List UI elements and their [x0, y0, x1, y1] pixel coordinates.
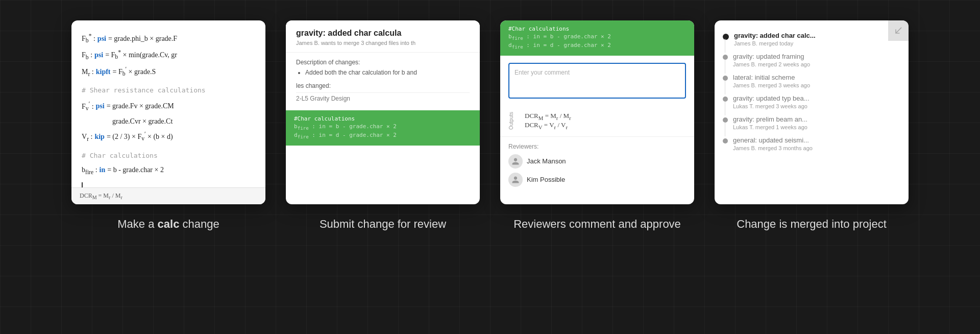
calc-line-3: Mr : kipft = Fb′ × grade.S [82, 64, 255, 79]
merged-title-3: gravity: updated typ bea... [733, 94, 810, 102]
outputs-formulas: DCRM = Mr / Mr DCRV = Vr / Vr [525, 112, 571, 130]
calc-footer: DCRM = Mr / Mr [71, 187, 265, 204]
merged-title-4: gravity: prelim beam an... [733, 115, 807, 123]
merged-text-2: lateral: initial schemeJames B. merged 3… [733, 74, 810, 88]
merged-entry-1: gravity: updated framingJames B. merged … [715, 50, 909, 70]
merged-subtitle-3: Lukas T. merged 3 weeks ago [733, 103, 810, 109]
calc-editor: Fb* : psi = grade.phi_b × grade.F Fb : p… [71, 20, 265, 202]
merged-text-0: gravity: added char calc...James B. merg… [734, 32, 816, 46]
merged-entry-4: gravity: prelim beam an...Lukas T. merge… [715, 112, 909, 133]
merged-title-0: gravity: added char calc... [734, 32, 816, 39]
review-body: Description of changes: Added both the c… [286, 53, 480, 110]
reviewer-1-name: Jack Manson [527, 157, 566, 165]
step-4-label: Change is merged into project [737, 217, 887, 232]
merged-list: gravity: added char calc...James B. merg… [715, 29, 909, 154]
merged-subtitle-5: James B. merged 3 months ago [733, 145, 813, 151]
reviewer-1: Jack Manson [508, 154, 686, 169]
desc-label: Description of changes: [296, 59, 470, 66]
diff-line-2: dfire : in = d - grade.char × 2 [294, 132, 472, 139]
merged-title-1: gravity: updated framing [733, 53, 810, 60]
merged-dot-5 [723, 138, 728, 144]
merged-dot-0 [723, 34, 729, 40]
desc-item-1: Added both the char calculation for b an… [305, 69, 470, 76]
reviewers-label: Reviewers: [508, 143, 686, 150]
step-1-bold: calc [158, 218, 180, 230]
step-2: gravity: added char calcula James B. wan… [286, 20, 480, 232]
merged-text-5: general: updated seismi...James B. merge… [733, 136, 813, 151]
comment-char: # Char calculations [82, 150, 255, 161]
comment-input[interactable]: Enter your comment [508, 63, 686, 99]
review-header: gravity: added char calcula James B. wan… [286, 20, 480, 53]
comment-section: Enter your comment [500, 56, 694, 106]
merged-text-1: gravity: updated framingJames B. merged … [733, 53, 810, 67]
merged-dot-1 [723, 55, 728, 60]
merged-entry-2: lateral: initial schemeJames B. merged 3… [715, 70, 909, 91]
card-reviewers: #Char calculations bfire : in = b - grad… [500, 20, 694, 204]
step-3-label: Reviewers comment and approve [513, 217, 681, 232]
card-calc: Fb* : psi = grade.phi_b × grade.F Fb : p… [71, 20, 265, 204]
rdiff-line-1: bfire : in = b - grade.char × 2 [508, 33, 686, 41]
step-2-label: Submit change for review [320, 217, 446, 232]
merged-dot-2 [723, 76, 728, 81]
step-1-label: Make a calc change [117, 217, 219, 232]
outputs-label: Outputs [508, 112, 519, 130]
shear-line-3: Vr : kip = (2 / 3) × Fv′ × (b × d) [82, 129, 255, 144]
comment-shear: # Shear resistance calculations [82, 84, 255, 96]
merged-text-3: gravity: updated typ bea...Lukas T. merg… [733, 94, 810, 109]
calc-line-1: Fb* : psi = grade.phi_b × grade.F [82, 31, 255, 46]
merged-title-5: general: updated seismi... [733, 136, 813, 144]
merged-entry-0: gravity: added char calc...James B. merg… [715, 29, 909, 50]
reviewers-diff: #Char calculations bfire : in = b - grad… [500, 20, 694, 56]
output-line-1: DCRM = Mr / Mr [525, 112, 571, 121]
shear-line-1: Fv′ : psi = grade.Fv × grade.CM [82, 99, 255, 114]
merged-entry-3: gravity: updated typ bea...Lukas T. merg… [715, 91, 909, 112]
reviewer-2: Kim Possible [508, 173, 686, 187]
step-1: Fb* : psi = grade.phi_b × grade.F Fb : p… [71, 20, 265, 232]
calc-line-2: Fb : psi = Fb* × min(grade.Cv, gr [82, 47, 255, 62]
merged-entry-5: general: updated seismi...James B. merge… [715, 133, 909, 154]
card-review: gravity: added char calcula James B. wan… [286, 20, 480, 204]
diff-line-1: bfire : in = b - grade.char × 2 [294, 123, 472, 131]
step-4: gravity: added char calc...James B. merg… [715, 20, 909, 232]
review-title: gravity: added char calcula [296, 29, 470, 38]
step-3: #Char calculations bfire : in = b - grad… [500, 20, 694, 232]
merged-dot-4 [723, 117, 728, 123]
merged-text-4: gravity: prelim beam an...Lukas T. merge… [733, 115, 807, 130]
diff-header: #Char calculations [294, 115, 472, 122]
merged-dot-3 [723, 97, 728, 102]
char-line-1: bfire : in = b - grade.char × 2 [82, 163, 255, 178]
comment-placeholder: Enter your comment [514, 69, 570, 76]
review-diff: #Char calculations bfire : in = b - grad… [286, 110, 480, 146]
main-container: Fb* : psi = grade.phi_b × grade.F Fb : p… [0, 0, 980, 253]
outputs-section: Outputs DCRM = Mr / Mr DCRV = Vr / Vr [500, 106, 694, 136]
rdiff-line-2: dfire : in = d - grade.char × 2 [508, 42, 686, 50]
review-subtitle: James B. wants to merge 3 changed files … [296, 40, 470, 46]
reviewer-2-avatar [508, 173, 523, 187]
card-merged: gravity: added char calc...James B. merg… [715, 20, 909, 204]
merged-subtitle-4: Lukas T. merged 1 weeks ago [733, 124, 807, 130]
rdiff-header: #Char calculations [508, 26, 686, 32]
file-item: 2-L5 Gravity Design [296, 92, 470, 104]
merged-title-2: lateral: initial scheme [733, 74, 810, 81]
reviewer-2-name: Kim Possible [527, 176, 565, 183]
merged-subtitle-2: James B. merged 3 weeks ago [733, 82, 810, 88]
output-line-2: DCRV = Vr / Vr [525, 121, 571, 130]
desc-list: Added both the char calculation for b an… [296, 69, 470, 76]
merged-subtitle-0: James B. merged today [734, 40, 816, 46]
files-label: les changed: [296, 82, 470, 89]
reviewer-1-avatar [508, 154, 523, 169]
merged-subtitle-1: James B. merged 2 weeks ago [733, 61, 810, 67]
reviewers-section: Reviewers: Jack Manson Kim Possible [500, 136, 694, 197]
shear-line-2: grade.Cvr × grade.Ct [82, 115, 255, 128]
